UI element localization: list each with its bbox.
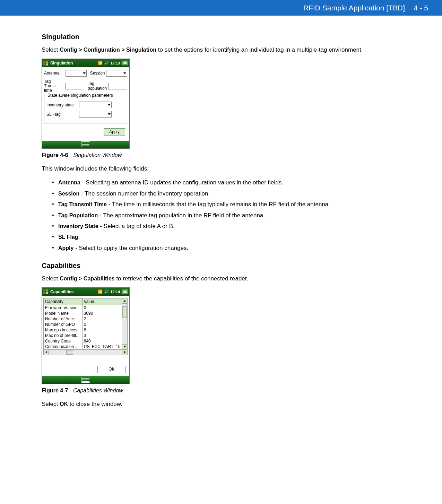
capabilities-screenshot: Capabilities 📶 🔊 12:14 ok Capability Val… — [42, 287, 130, 384]
svg-rect-7 — [46, 292, 48, 294]
tag-transit-input[interactable] — [65, 83, 84, 89]
config-path-singulation: Config > Configuration > Singulation — [60, 47, 156, 53]
sl-flag-select[interactable] — [79, 111, 112, 118]
scroll-track[interactable] — [49, 350, 122, 355]
singulation-bottombar — [42, 141, 129, 148]
volume-icon: 🔊 — [104, 289, 109, 294]
capabilities-titlebar: Capabilities 📶 🔊 12:14 ok — [42, 288, 129, 296]
vertical-scrollbar[interactable] — [122, 298, 128, 350]
fieldset-legend: State aware singulation parameters — [46, 93, 114, 98]
table-row: Max no of pre-filt...3 — [44, 333, 122, 338]
scroll-down-button[interactable] — [122, 344, 127, 349]
table-row: Country Code840 — [44, 338, 122, 344]
ok-reference: OK — [60, 401, 68, 407]
scroll-left-button[interactable] — [44, 350, 49, 355]
singulation-window-title: Singulation — [50, 61, 98, 66]
list-item: Antenna - Selecting an antenna ID update… — [52, 177, 400, 188]
capabilities-heading: Capabilities — [42, 262, 400, 270]
svg-rect-5 — [46, 289, 48, 292]
list-item: Apply - Select to apply the configuratio… — [52, 243, 400, 253]
scroll-thumb[interactable] — [66, 350, 73, 355]
svg-rect-6 — [43, 292, 45, 294]
volume-icon: 🔊 — [104, 61, 109, 65]
scroll-up-button[interactable] — [122, 298, 127, 304]
singulation-screenshot: Singulation 📶 🔊 12:13 ok Antenna Session… — [42, 59, 130, 149]
chevron-down-icon — [123, 72, 126, 74]
capabilities-outro: Select OK to close the window. — [42, 400, 400, 409]
table-row: Max ops in acces...8 — [44, 327, 122, 333]
header-page-number: 4 - 5 — [414, 4, 428, 12]
capabilities-bottombar — [42, 376, 129, 384]
svg-rect-3 — [46, 63, 48, 66]
scroll-thumb[interactable] — [122, 306, 127, 318]
capabilities-intro: Select Config > Capabilities to retrieve… — [42, 275, 400, 283]
svg-rect-2 — [43, 63, 45, 66]
list-item: Session - The session number for the inv… — [52, 188, 400, 199]
chevron-down-icon — [108, 113, 111, 115]
singulation-titlebar: Singulation 📶 🔊 12:13 ok — [42, 59, 129, 67]
tag-population-input[interactable] — [108, 83, 127, 89]
chevron-down-icon — [123, 346, 126, 348]
chevron-left-icon — [45, 351, 47, 354]
windows-flag-icon — [43, 289, 49, 295]
config-path-capabilities: Config > Capabilities — [60, 276, 115, 281]
table-row: Model Name3090 — [44, 311, 122, 316]
session-label: Session — [90, 71, 105, 76]
signal-icon: 📶 — [98, 61, 103, 65]
singulation-intro: Select Config > Configuration > Singulat… — [42, 46, 400, 54]
keyboard-icon[interactable] — [81, 141, 90, 147]
list-item: Tag Population - The approximate tag pop… — [52, 210, 400, 221]
singulation-heading: Singulation — [42, 33, 400, 41]
antenna-select[interactable] — [66, 70, 87, 77]
table-row: Communication ...US_FCC_PART_15 — [44, 344, 122, 350]
clock-text: 12:14 — [110, 290, 120, 294]
keyboard-icon[interactable] — [81, 377, 90, 383]
session-select[interactable] — [106, 70, 127, 77]
inventory-state-label: Inventory state — [46, 103, 77, 107]
table-header-capability: Capability — [44, 298, 83, 305]
antenna-label: Antenna — [44, 71, 64, 76]
tag-transit-label: Tag Transit time — [44, 79, 64, 93]
svg-rect-0 — [43, 61, 45, 63]
scroll-right-button[interactable] — [122, 350, 127, 355]
apply-button[interactable]: Apply — [104, 128, 125, 136]
tag-population-label: Tag population — [88, 81, 107, 91]
header-title: RFID Sample Application [TBD] — [303, 4, 405, 12]
ok-button[interactable]: OK — [97, 366, 126, 373]
inventory-state-select[interactable] — [79, 102, 112, 108]
page-header: RFID Sample Application [TBD] 4 - 5 — [0, 0, 442, 16]
singulation-field-list: Antenna - Selecting an antenna ID update… — [42, 177, 400, 253]
list-item: SL Flag — [52, 232, 400, 242]
windows-flag-icon — [43, 60, 49, 66]
sl-flag-label: SL Flag — [46, 112, 77, 117]
clock-text: 12:13 — [110, 61, 120, 65]
figure-4-7-caption: Figure 4-7 Capabilities Window — [42, 388, 400, 394]
figure-4-6-caption: Figure 4-6 Singulation Window — [42, 152, 400, 158]
scroll-track[interactable] — [122, 304, 127, 344]
table-row: Firmware Version0 — [44, 305, 122, 311]
capabilities-window-title: Capabilities — [50, 289, 98, 294]
table-header-value: Value — [82, 298, 122, 305]
chevron-down-icon — [83, 72, 86, 74]
state-aware-fieldset: State aware singulation parameters Inven… — [44, 96, 127, 123]
titlebar-ok-button[interactable]: ok — [121, 289, 128, 294]
table-row: Number of Ante...2 — [44, 316, 122, 322]
list-item: Inventory State - Select a tag of state … — [52, 221, 400, 232]
chevron-up-icon — [123, 300, 126, 302]
table-row: Number of GPO0 — [44, 322, 122, 327]
svg-rect-1 — [46, 61, 48, 63]
chevron-right-icon — [124, 351, 126, 354]
chevron-down-icon — [108, 104, 111, 106]
horizontal-scrollbar[interactable] — [43, 350, 128, 355]
svg-rect-4 — [43, 289, 45, 292]
fields-intro: This window includes the following field… — [42, 165, 400, 173]
titlebar-ok-button[interactable]: ok — [121, 60, 128, 66]
capabilities-table: Capability Value Firmware Version0 Model… — [43, 298, 122, 350]
list-item: Tag Transmit Time - The time in millisec… — [52, 199, 400, 210]
signal-icon: 📶 — [98, 289, 103, 294]
